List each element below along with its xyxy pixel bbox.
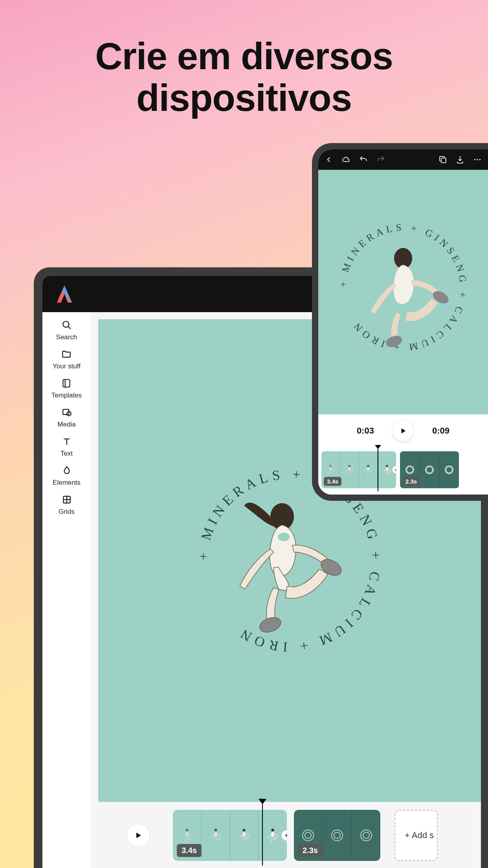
- play-button[interactable]: [393, 421, 413, 441]
- sidebar-item-media[interactable]: Media: [57, 406, 75, 428]
- add-scene-label: + Add s: [405, 830, 434, 840]
- svg-rect-12: [441, 158, 446, 163]
- grids-icon: [61, 494, 73, 506]
- add-scene-button[interactable]: + Add s: [394, 810, 438, 861]
- hero-line1: Crie em diversos: [95, 35, 393, 77]
- templates-icon: [61, 377, 72, 389]
- duplicate-icon[interactable]: [438, 154, 448, 165]
- svg-point-0: [63, 321, 69, 327]
- current-time: 0:03: [357, 426, 374, 436]
- laptop-timeline: 3.4s + 2.3s + Add s: [91, 802, 481, 868]
- hero-line2: dispositivos: [136, 77, 352, 119]
- svg-point-14: [477, 159, 478, 160]
- dancer-figure-icon: [198, 476, 367, 645]
- clip-duration-badge: 2.3s: [402, 477, 420, 486]
- folder-icon: [61, 348, 72, 360]
- clip-duration-badge: 3.4s: [324, 477, 341, 486]
- timeline-clip-1[interactable]: 3.4s +: [321, 451, 396, 488]
- play-button[interactable]: [127, 824, 150, 847]
- sidebar-item-elements[interactable]: Elements: [53, 465, 81, 487]
- sidebar-item-text[interactable]: Text: [61, 436, 73, 458]
- sidebar-item-label: Media: [57, 421, 75, 428]
- sidebar-item-label: Search: [56, 333, 77, 341]
- sidebar-item-label: Templates: [51, 392, 82, 399]
- phone-device: + MINERALS + GINSENG + CALCIUM + IRON 0:…: [312, 143, 488, 501]
- svg-point-13: [474, 159, 476, 160]
- undo-icon[interactable]: [358, 154, 369, 165]
- sidebar-item-label: Text: [61, 450, 73, 458]
- svg-line-1: [68, 326, 71, 329]
- adobe-express-logo-icon: [54, 284, 75, 304]
- phone-timeline: 3.4s + 2.3s: [318, 447, 488, 495]
- clip-duration-badge: 3.4s: [177, 844, 202, 857]
- back-icon[interactable]: [324, 154, 334, 165]
- download-icon[interactable]: [455, 154, 465, 165]
- editor-sidebar: Search Your stuff Templates: [42, 312, 91, 868]
- sidebar-item-grids[interactable]: Grids: [59, 494, 75, 516]
- sidebar-item-label: Grids: [59, 508, 75, 516]
- timeline-clip-2[interactable]: 2.3s: [400, 451, 459, 488]
- playhead[interactable]: [378, 448, 378, 491]
- timeline-clip-2[interactable]: 2.3s: [294, 810, 380, 861]
- media-icon: [61, 406, 73, 418]
- elements-icon: [61, 465, 73, 476]
- sidebar-item-label: Your stuff: [53, 362, 81, 370]
- phone-canvas[interactable]: + MINERALS + GINSENG + CALCIUM + IRON: [318, 170, 488, 414]
- svg-point-8: [278, 533, 290, 541]
- clip-duration-badge: 2.3s: [298, 844, 323, 857]
- cloud-icon[interactable]: [341, 154, 351, 165]
- dancer-figure-icon: [338, 227, 468, 357]
- text-icon: [61, 436, 73, 447]
- more-icon[interactable]: [472, 154, 482, 165]
- sidebar-item-label: Elements: [53, 479, 81, 487]
- hero-title: Crie em diversos dispositivos: [0, 35, 488, 118]
- sidebar-item-templates[interactable]: Templates: [51, 377, 82, 399]
- redo-icon[interactable]: [376, 154, 386, 165]
- timeline-clip-1[interactable]: 3.4s +: [173, 810, 287, 861]
- search-icon: [61, 319, 73, 331]
- svg-point-10: [257, 615, 283, 635]
- total-time: 0:09: [432, 426, 449, 436]
- svg-point-15: [479, 159, 481, 160]
- phone-playback-bar: 0:03 0:09: [318, 414, 488, 447]
- sidebar-item-search[interactable]: Search: [56, 319, 77, 341]
- sidebar-item-yourstuff[interactable]: Your stuff: [53, 348, 81, 370]
- svg-rect-2: [63, 379, 70, 387]
- playhead[interactable]: [262, 803, 263, 866]
- phone-toolbar: [318, 149, 488, 170]
